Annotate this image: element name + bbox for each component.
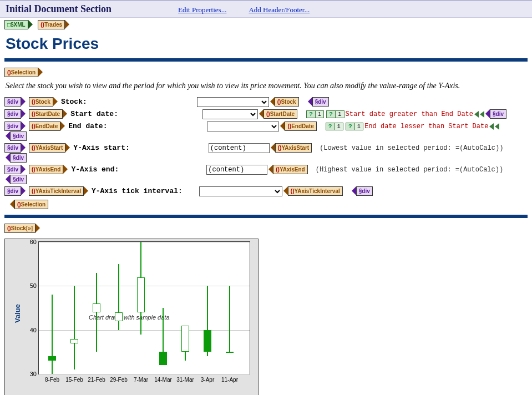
div-tag-close-2[interactable]: §div <box>490 109 506 119</box>
stock-select[interactable] <box>197 97 269 107</box>
add-header-footer-link[interactable]: Add Header/Footer... <box>249 6 310 14</box>
candle-body <box>159 352 167 365</box>
selection-close-row: ()Selection <box>0 198 532 211</box>
candle-body <box>70 339 78 343</box>
div-tag-close[interactable]: §div <box>312 97 329 107</box>
xtick-label: 3-Apr <box>201 377 214 383</box>
xtick-label: 7-Mar <box>134 377 148 383</box>
row-ytick: §div ()YAxisTickInterval Y-Axis tick int… <box>0 185 532 198</box>
stock-iter-row: ()Stock[»] <box>0 221 532 235</box>
enddate-tag-open[interactable]: ()EndDate <box>29 121 60 131</box>
xtick-label: 21-Feb <box>88 377 105 383</box>
row-yaxisstart: §div ()YAxisStart Y-Axis start: ()YAxisS… <box>0 142 532 164</box>
candle-body <box>48 356 56 361</box>
div-tag-open[interactable]: §div <box>4 97 21 107</box>
startdate-tag-open[interactable]: ()StartDate <box>29 109 63 119</box>
candle-wick <box>52 295 53 374</box>
candle-body <box>115 312 123 321</box>
startdate-error: Start date greater than End Date <box>346 110 473 118</box>
div-tag-open-3[interactable]: §div <box>4 121 21 131</box>
stock-label: Stock: <box>61 98 87 106</box>
yaxisend-label: Y-Axis end: <box>71 165 119 174</box>
cond-block-3[interactable]: ?1 <box>326 123 343 130</box>
div-tag-open-6[interactable]: §div <box>4 186 21 196</box>
chart-annotation: Chart drawn with sample data <box>89 314 170 321</box>
enddate-label: End date: <box>68 122 107 130</box>
row-stock: §div ()Stock Stock: ()Stock §div <box>0 96 532 108</box>
intro-text: Select the stock you wish to view and th… <box>6 82 526 90</box>
ytick-label: 40 <box>23 327 37 333</box>
cond-end-icon-3 <box>489 123 494 130</box>
chart-plot: Chart drawn with sample data 304050608-F… <box>38 241 250 374</box>
yaxisstart-tag-close[interactable]: ()YAxisStart <box>275 143 312 153</box>
header-bar: Initial Document Section Edit Properties… <box>0 0 532 18</box>
rule-1 <box>4 58 528 62</box>
cond-block-2[interactable]: ?1 <box>326 110 344 118</box>
enddate-tag-close[interactable]: ()EndDate <box>285 121 316 131</box>
selection-open-row: ()Selection <box>0 65 532 79</box>
div-tag-close-5[interactable]: §div <box>10 175 27 184</box>
xml-tag[interactable]: □$XML <box>4 20 28 29</box>
div-tag-close-6[interactable]: §div <box>356 186 373 196</box>
root-tags-row: □$XML ()Trades <box>0 18 532 32</box>
ytick-label: 60 <box>23 239 37 245</box>
yaxisend-input[interactable] <box>206 165 267 175</box>
trades-tag-open[interactable]: ()Trades <box>38 20 65 29</box>
div-tag-close-3[interactable]: §div <box>10 131 27 141</box>
yaxisend-tag-close[interactable]: ()YAxisEnd <box>273 165 307 174</box>
yaxisend-tag-open[interactable]: ()YAxisEnd <box>29 165 63 174</box>
cond-block-4[interactable]: ?1 <box>346 123 363 130</box>
chart-area: Chart drawn with sample data 304050608-F… <box>32 241 255 386</box>
div-tag-open-2[interactable]: §div <box>4 109 21 119</box>
candle-wick <box>74 286 75 369</box>
selection-tag-open[interactable]: ()Selection <box>4 68 38 77</box>
div-tag-open-5[interactable]: §div <box>4 165 21 174</box>
cond-end-icon <box>474 111 479 118</box>
chart-ylabel: Value <box>13 304 22 323</box>
startdate-select[interactable] <box>202 109 258 119</box>
stock-iter-tag[interactable]: ()Stock[»] <box>4 224 36 233</box>
ytick-tag-open[interactable]: ()YAxisTickInterval <box>29 186 84 196</box>
row-enddate: §div ()EndDate End date: ()EndDate ?1 ?1… <box>0 120 532 142</box>
selection-tag-close[interactable]: ()Selection <box>14 200 48 209</box>
candle-body <box>204 330 211 352</box>
yaxisstart-input[interactable] <box>209 143 270 153</box>
div-tag-open-4[interactable]: §div <box>4 143 21 153</box>
cond-end-icon-2 <box>480 111 484 118</box>
enddate-select[interactable] <box>207 121 279 131</box>
startdate-tag-close[interactable]: ()StartDate <box>264 109 297 119</box>
cond-block-1[interactable]: ?1 <box>306 110 324 118</box>
chart-container: Value Chart drawn with sample data 30405… <box>4 239 259 395</box>
candle-body <box>226 352 234 353</box>
enddate-error: End date lesser than Start Date <box>364 123 488 130</box>
header-title: Initial Document Section <box>6 3 112 15</box>
div-tag-close-4[interactable]: §div <box>10 153 27 163</box>
candle-body <box>137 277 145 312</box>
ytick-label: Y-Axis tick interval: <box>92 187 183 195</box>
xtick-label: 8-Feb <box>45 377 59 383</box>
stock-tag-close[interactable]: ()Stock <box>275 97 299 107</box>
ytick-select[interactable] <box>199 186 282 196</box>
ytick-label: 50 <box>23 282 37 289</box>
page-title: Stock Prices <box>6 35 526 53</box>
ytick-label: 30 <box>23 371 37 377</box>
yaxisstart-label: Y-Axis start: <box>73 144 129 152</box>
row-startdate: §div ()StartDate Start date: ()StartDate… <box>0 108 532 120</box>
ytick-tag-close[interactable]: ()YAxisTickInterval <box>288 186 343 196</box>
xtick-label: 14-Mar <box>154 377 172 383</box>
candle-wick <box>229 286 230 352</box>
rule-2 <box>4 215 528 218</box>
xtick-label: 29-Feb <box>110 377 128 383</box>
cond-end-icon-4 <box>495 123 499 130</box>
yaxisstart-tag-open[interactable]: ()YAxisStart <box>29 143 65 153</box>
candle-body <box>181 326 189 352</box>
candle-wick <box>96 273 97 352</box>
candle-body <box>93 303 100 312</box>
yaxisend-hint: (Highest value in selected period: =(Aut… <box>316 166 503 174</box>
xtick-label: 15-Feb <box>65 377 83 383</box>
stock-tag-open[interactable]: ()Stock <box>29 97 53 107</box>
edit-properties-link[interactable]: Edit Properties... <box>178 6 226 14</box>
xtick-label: 31-Mar <box>176 377 194 383</box>
yaxisstart-hint: (Lowest value in selected period: =(Auto… <box>320 144 503 152</box>
row-yaxisend: §div ()YAxisEnd Y-Axis end: ()YAxisEnd (… <box>0 164 532 185</box>
